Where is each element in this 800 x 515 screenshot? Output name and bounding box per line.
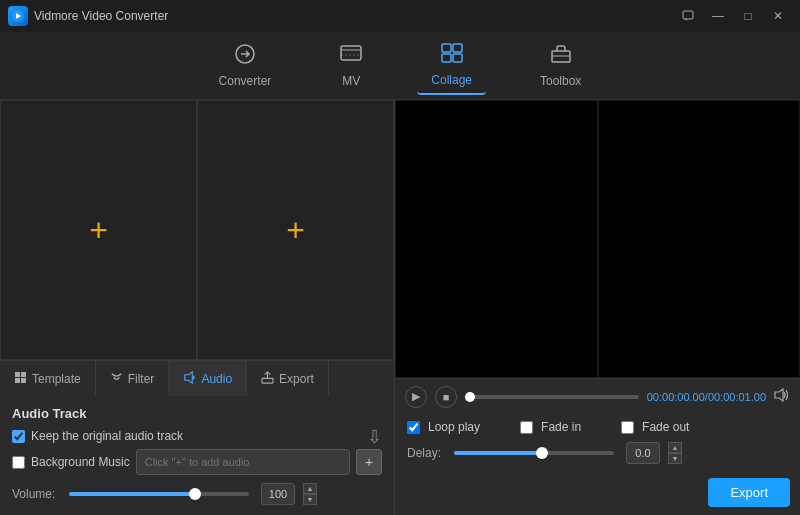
- delay-up-button[interactable]: ▲: [668, 442, 682, 453]
- mv-label: MV: [342, 74, 360, 88]
- feedback-button[interactable]: [674, 6, 702, 26]
- tab-filter[interactable]: Filter: [96, 361, 170, 396]
- svg-rect-8: [442, 54, 451, 62]
- add-media-icon-1: +: [89, 214, 108, 246]
- delay-label: Delay:: [407, 446, 442, 460]
- volume-value: 100: [261, 483, 295, 505]
- volume-fill: [69, 492, 195, 496]
- delay-down-button[interactable]: ▼: [668, 453, 682, 464]
- volume-down-button[interactable]: ▼: [303, 494, 317, 505]
- export-tab-icon: [261, 371, 274, 387]
- preview-slot-1: [395, 100, 598, 378]
- bg-music-checkbox[interactable]: [12, 456, 25, 469]
- loop-play-label: Loop play: [428, 420, 480, 434]
- right-audio-panel: Loop play Fade in Fade out Delay: 0.0: [395, 414, 800, 472]
- progress-bar[interactable]: [465, 395, 639, 399]
- loop-play-checkbox[interactable]: [407, 421, 420, 434]
- svg-rect-14: [15, 378, 20, 383]
- svg-rect-9: [453, 54, 462, 62]
- collage-area: + +: [0, 100, 394, 360]
- bg-music-input[interactable]: [136, 449, 350, 475]
- fade-in-checkbox[interactable]: [520, 421, 533, 434]
- audio-track-title: Audio Track: [12, 406, 382, 421]
- collage-slot-1[interactable]: +: [0, 100, 197, 360]
- keep-original-row: Keep the original audio track: [12, 429, 382, 443]
- tab-export[interactable]: Export: [247, 361, 329, 396]
- left-panel: + + Template Filter: [0, 100, 395, 515]
- mv-icon: [339, 43, 363, 70]
- nav-bar: Converter MV Collage Toolbox: [0, 32, 800, 100]
- audio-panel-inner: Audio Track ⇩ Keep the original audio tr…: [12, 406, 382, 505]
- delay-spinners: ▲ ▼: [668, 442, 682, 464]
- svg-marker-16: [185, 371, 192, 382]
- nav-toolbox[interactable]: Toolbox: [526, 37, 595, 94]
- right-audio-options-row: Loop play Fade in Fade out: [395, 414, 800, 438]
- svg-rect-13: [21, 372, 26, 377]
- converter-icon: [233, 43, 257, 70]
- svg-rect-12: [15, 372, 20, 377]
- delay-fill: [454, 451, 542, 455]
- template-label: Template: [32, 372, 81, 386]
- maximize-button[interactable]: □: [734, 6, 762, 26]
- player-controls: ▶ ■ 00:00:00.00/00:00:01.00: [395, 378, 800, 414]
- audio-panel: Audio Track ⇩ Keep the original audio tr…: [0, 396, 394, 515]
- delay-slider[interactable]: [454, 451, 614, 455]
- svg-marker-18: [775, 389, 783, 401]
- tab-bar: Template Filter Audio Export: [0, 360, 394, 396]
- volume-spinners: ▲ ▼: [303, 483, 317, 505]
- collage-label: Collage: [431, 73, 472, 87]
- svg-rect-6: [442, 44, 451, 52]
- export-button[interactable]: Export: [708, 478, 790, 507]
- volume-label: Volume:: [12, 487, 57, 501]
- title-bar: Vidmore Video Converter — □ ✕: [0, 0, 800, 32]
- fade-in-label: Fade in: [541, 420, 581, 434]
- nav-collage[interactable]: Collage: [417, 36, 486, 95]
- play-button[interactable]: ▶: [405, 386, 427, 408]
- loop-play-option: Loop play: [407, 420, 480, 434]
- svg-rect-7: [453, 44, 462, 52]
- time-display: 00:00:00.00/00:00:01.00: [647, 391, 766, 403]
- volume-speaker-icon[interactable]: [774, 388, 790, 405]
- tab-template[interactable]: Template: [0, 361, 96, 396]
- title-bar-left: Vidmore Video Converter: [8, 6, 168, 26]
- collage-slot-2[interactable]: +: [197, 100, 394, 360]
- converter-label: Converter: [219, 74, 272, 88]
- svg-rect-2: [683, 11, 693, 19]
- arrow-down-icon: ⇩: [367, 426, 382, 448]
- delay-thumb: [536, 447, 548, 459]
- toolbox-label: Toolbox: [540, 74, 581, 88]
- app-title: Vidmore Video Converter: [34, 9, 168, 23]
- audio-label: Audio: [201, 372, 232, 386]
- volume-thumb: [189, 488, 201, 500]
- app-icon: [8, 6, 28, 26]
- minimize-button[interactable]: —: [704, 6, 732, 26]
- bg-music-label: Background Music: [31, 455, 130, 469]
- toolbox-icon: [549, 43, 573, 70]
- nav-mv[interactable]: MV: [325, 37, 377, 94]
- nav-converter[interactable]: Converter: [205, 37, 286, 94]
- fade-out-checkbox[interactable]: [621, 421, 634, 434]
- title-bar-controls: — □ ✕: [674, 6, 792, 26]
- keep-original-label: Keep the original audio track: [31, 429, 183, 443]
- right-panel: ▶ ■ 00:00:00.00/00:00:01.00 Loop play Fa…: [395, 100, 800, 515]
- volume-up-button[interactable]: ▲: [303, 483, 317, 494]
- delay-row: Delay: 0.0 ▲ ▼: [395, 438, 800, 472]
- close-button[interactable]: ✕: [764, 6, 792, 26]
- export-row: Export: [395, 472, 800, 515]
- tab-audio[interactable]: Audio: [169, 361, 247, 396]
- volume-slider[interactable]: [69, 492, 249, 496]
- bg-music-row: Background Music +: [12, 449, 382, 475]
- stop-button[interactable]: ■: [435, 386, 457, 408]
- fade-in-option: Fade in: [520, 420, 581, 434]
- keep-original-checkbox[interactable]: [12, 430, 25, 443]
- template-icon: [14, 371, 27, 387]
- export-tab-label: Export: [279, 372, 314, 386]
- preview-area: [395, 100, 800, 378]
- filter-icon: [110, 371, 123, 387]
- svg-rect-17: [262, 378, 273, 383]
- add-audio-button[interactable]: +: [356, 449, 382, 475]
- audio-icon: [183, 371, 196, 387]
- fade-out-option: Fade out: [621, 420, 689, 434]
- add-media-icon-2: +: [286, 214, 305, 246]
- svg-rect-15: [21, 378, 26, 383]
